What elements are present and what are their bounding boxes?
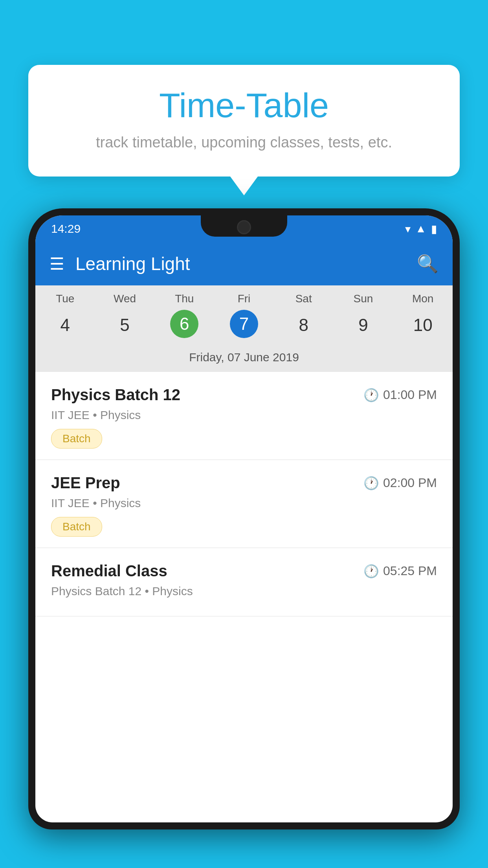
app-title: Learning Light — [75, 253, 417, 274]
card-title: Time-Table — [52, 86, 436, 125]
phone-wrapper: 14:29 ▾ ▲ ▮ ☰ Learning Light 🔍 Tue Wed T… — [28, 208, 460, 868]
day-numbers: 4 5 6 7 8 9 10 — [35, 308, 453, 348]
calendar-strip: Tue Wed Thu Fri Sat Sun Mon 4 5 6 7 8 9 … — [35, 285, 453, 372]
clock-icon-2: 🕐 — [363, 476, 379, 491]
phone-camera — [237, 220, 251, 234]
schedule-meta-2: IIT JEE • Physics — [51, 497, 437, 510]
day-header-fri: Fri — [214, 292, 274, 305]
day-header-mon: Mon — [393, 292, 453, 305]
schedule-item-3[interactable]: Remedial Class 🕐 05:25 PM Physics Batch … — [35, 548, 453, 616]
batch-badge-2: Batch — [51, 517, 102, 537]
signal-icon: ▲ — [415, 223, 426, 235]
schedule-item-top-3: Remedial Class 🕐 05:25 PM — [51, 562, 437, 580]
status-time: 14:29 — [51, 222, 81, 235]
selected-date-label: Friday, 07 June 2019 — [35, 348, 453, 372]
day-num-8[interactable]: 8 — [274, 310, 334, 340]
day-num-4[interactable]: 4 — [35, 310, 95, 340]
schedule-item-1[interactable]: Physics Batch 12 🕐 01:00 PM IIT JEE • Ph… — [35, 372, 453, 460]
day-header-sun: Sun — [334, 292, 393, 305]
schedule-item-2[interactable]: JEE Prep 🕐 02:00 PM IIT JEE • Physics Ba… — [35, 460, 453, 548]
day-num-6[interactable]: 6 — [170, 310, 198, 338]
schedule-name-2: JEE Prep — [51, 474, 120, 492]
schedule-item-top-2: JEE Prep 🕐 02:00 PM — [51, 474, 437, 492]
wifi-icon: ▾ — [405, 223, 411, 235]
day-num-9[interactable]: 9 — [334, 310, 393, 340]
schedule-item-top-1: Physics Batch 12 🕐 01:00 PM — [51, 386, 437, 404]
schedule-time-3: 🕐 05:25 PM — [363, 564, 437, 579]
tooltip-card: Time-Table track timetable, upcoming cla… — [28, 65, 460, 177]
battery-icon: ▮ — [431, 223, 437, 235]
schedule-meta-1: IIT JEE • Physics — [51, 408, 437, 422]
day-header-thu: Thu — [154, 292, 214, 305]
schedule-list: Physics Batch 12 🕐 01:00 PM IIT JEE • Ph… — [35, 372, 453, 822]
card-subtitle: track timetable, upcoming classes, tests… — [52, 134, 436, 151]
schedule-name-1: Physics Batch 12 — [51, 386, 180, 404]
day-headers: Tue Wed Thu Fri Sat Sun Mon — [35, 285, 453, 308]
day-header-tue: Tue — [35, 292, 95, 305]
search-icon[interactable]: 🔍 — [417, 254, 438, 274]
hamburger-icon[interactable]: ☰ — [50, 254, 64, 274]
day-header-sat: Sat — [274, 292, 334, 305]
batch-badge-1: Batch — [51, 429, 102, 449]
clock-icon-1: 🕐 — [363, 388, 379, 403]
day-num-7[interactable]: 7 — [230, 310, 258, 338]
day-header-wed: Wed — [95, 292, 155, 305]
schedule-meta-3: Physics Batch 12 • Physics — [51, 585, 437, 598]
schedule-time-1: 🕐 01:00 PM — [363, 388, 437, 403]
schedule-name-3: Remedial Class — [51, 562, 167, 580]
day-num-5[interactable]: 5 — [95, 310, 155, 340]
status-icons: ▾ ▲ ▮ — [405, 223, 437, 235]
clock-icon-3: 🕐 — [363, 564, 379, 579]
schedule-time-2: 🕐 02:00 PM — [363, 476, 437, 491]
phone-outer: 14:29 ▾ ▲ ▮ ☰ Learning Light 🔍 Tue Wed T… — [28, 208, 460, 829]
day-num-10[interactable]: 10 — [393, 310, 453, 340]
app-bar: ☰ Learning Light 🔍 — [35, 242, 453, 285]
phone-screen: 14:29 ▾ ▲ ▮ ☰ Learning Light 🔍 Tue Wed T… — [35, 215, 453, 822]
